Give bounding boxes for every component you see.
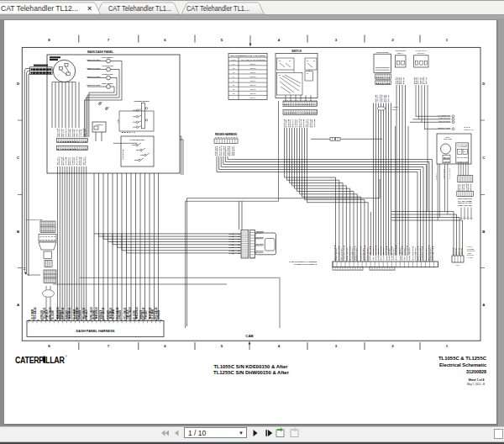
svg-text:CAT Telehandler TL12...: CAT Telehandler TL12... xyxy=(1,4,78,13)
svg-text:×: × xyxy=(87,4,92,13)
svg-text:CAT Telehandler TL1...: CAT Telehandler TL1... xyxy=(108,4,171,13)
svg-text:CAT Telehandler TL1...: CAT Telehandler TL1... xyxy=(186,4,249,13)
